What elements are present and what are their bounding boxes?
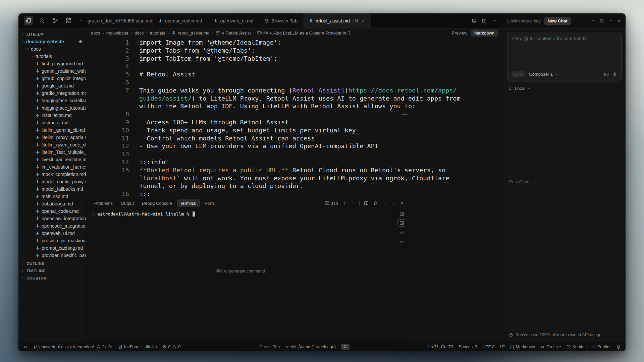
tree-file[interactable]: openweb_ui.md xyxy=(18,230,86,237)
terminal-session-infinity[interactable]: ∞ xyxy=(397,228,406,236)
activity-extensions-button[interactable] xyxy=(64,16,73,25)
close-panel-icon[interactable] xyxy=(617,18,622,23)
tree-file[interactable]: livekit_xai_realtime.md xyxy=(18,156,86,163)
breadcrumb-item[interactable]: tutorials xyxy=(150,31,165,36)
tree-file[interactable]: model_config_proxy.md xyxy=(18,178,86,185)
terminal-session-terminal[interactable] xyxy=(397,210,406,218)
explorer-section-header[interactable]: LITELLM xyxy=(18,31,86,38)
sidebar-section-timeline[interactable]: TIMELINE xyxy=(18,267,86,275)
remote-indicator[interactable] xyxy=(23,345,28,349)
eol-status[interactable]: LF xyxy=(500,345,505,349)
model-selector[interactable]: Composer 1 xyxy=(529,72,558,77)
shell-selector[interactable]: zsh xyxy=(325,201,338,206)
tree-file[interactable]: openclaw_integration.md xyxy=(18,215,86,222)
breadcrumb-item[interactable]: # Retool Assist xyxy=(216,31,251,36)
tree-file[interactable]: litellm_Test_Multiple_Pr... xyxy=(18,148,86,156)
open-preview-icon[interactable] xyxy=(472,18,477,23)
terminal-viewport[interactable]: astrodevil@Astro-Mac-mini litellm % ⌘K t… xyxy=(86,209,395,342)
editor-tab[interactable]: openai_codex.md xyxy=(153,13,208,28)
chat-tab-new-chat[interactable]: New Chat xyxy=(544,17,571,25)
mic-icon[interactable] xyxy=(612,72,617,77)
indentation-status[interactable]: Spaces: 3 xyxy=(459,345,477,349)
attach-image-icon[interactable] xyxy=(604,72,609,77)
maximize-panel-icon[interactable] xyxy=(391,201,395,205)
sidebar-section-houston[interactable]: HOUSTON xyxy=(18,275,86,282)
breadcrumb-item[interactable]: docs xyxy=(91,31,100,36)
more-actions-icon[interactable] xyxy=(382,201,387,205)
breadcrumb-item[interactable]: ## 4. Add LiteLLM as a Custom Provider i… xyxy=(257,31,351,36)
panel-tab-ports[interactable]: Ports xyxy=(201,199,218,207)
panel-tab-problems[interactable]: Problems xyxy=(91,199,116,207)
tree-file[interactable]: first_playground.md xyxy=(18,60,86,67)
tree-file[interactable]: lm_evaluation_harness.... xyxy=(18,163,86,171)
new-chat-icon[interactable] xyxy=(591,18,595,23)
breadcrumb-item[interactable]: docs xyxy=(135,31,144,36)
git-branch-status[interactable]: docs/retool-assist-integration* 2↓ 0↑ xyxy=(33,345,113,349)
tree-file[interactable]: litellm_gemini_cli.md xyxy=(18,126,86,134)
history-icon[interactable] xyxy=(599,18,604,23)
new-terminal-icon[interactable] xyxy=(342,201,347,205)
editor-tab[interactable]: gration_doc_d075fd58.plan.md xyxy=(86,13,153,28)
chat-tab-previous[interactable]: Litellm virtual key xyxy=(507,18,541,23)
go-live-status[interactable]: Go Live xyxy=(540,345,561,349)
panel-tab-debug-console[interactable]: Debug Console xyxy=(139,199,175,207)
more-icon[interactable] xyxy=(492,18,497,23)
tree-file[interactable]: github_copilot_integrati... xyxy=(18,75,86,82)
kill-terminal-icon[interactable] xyxy=(373,201,378,205)
tree-folder[interactable]: tutorials xyxy=(18,53,86,60)
problems-status[interactable]: 0 0 xyxy=(162,345,180,349)
search-status-button[interactable] xyxy=(341,344,350,350)
line-col-status[interactable]: Ln 71, Col 73 xyxy=(428,345,453,349)
scrollbar-thumb[interactable] xyxy=(401,114,408,115)
tree-file[interactable]: opencode_integration.md xyxy=(18,222,86,230)
split-editor-icon[interactable] xyxy=(482,18,487,23)
tree-file[interactable]: huggingface_tutorial.md xyxy=(18,104,86,112)
tree-file[interactable]: google_adk.md xyxy=(18,82,86,89)
notifications-status[interactable] xyxy=(616,345,621,349)
close-icon[interactable] xyxy=(361,19,365,23)
tree-file[interactable]: litellm_proxy_aporia.md xyxy=(18,134,86,141)
tree-file[interactable]: oobabooga.md xyxy=(18,200,86,207)
cursor-tab-status[interactable]: Cursor Tab xyxy=(259,345,280,349)
tree-file[interactable]: installation.md xyxy=(18,112,86,119)
terminal-dropdown-icon[interactable] xyxy=(352,201,355,205)
insforge-status[interactable]: InsForge xyxy=(118,345,141,349)
encoding-status[interactable]: UTF-8 xyxy=(483,345,494,349)
tree-file[interactable]: gemini_realtime_with_a... xyxy=(18,67,86,75)
activity-files-copy-button[interactable] xyxy=(24,16,33,25)
chat-input[interactable]: Plan, @ for context, / for commands ∞ Co… xyxy=(507,32,622,81)
markdown-button[interactable]: Markdown xyxy=(471,29,498,37)
context-local-selector[interactable]: Local xyxy=(507,86,622,91)
split-terminal-icon[interactable] xyxy=(364,201,369,205)
more-icon[interactable] xyxy=(608,18,613,23)
prettier-status[interactable]: ✓ Prettier xyxy=(592,344,611,349)
close-panel-icon[interactable] xyxy=(399,201,404,205)
editor-tab[interactable]: retool_assist.md↓M xyxy=(303,13,371,28)
activity-search-button[interactable] xyxy=(37,16,47,25)
terminal-session-terminal[interactable] xyxy=(397,219,406,227)
editor-tab[interactable]: Browser Tab xyxy=(259,13,303,28)
tree-file[interactable]: huggingface_codellama... xyxy=(18,97,86,104)
tree-file[interactable]: msft_sso.md xyxy=(18,193,86,200)
editor-tab[interactable]: openweb_ui.md xyxy=(208,13,259,28)
past-chats[interactable]: Past Chats xyxy=(507,179,622,184)
tree-file[interactable]: presidio_pii_masking.md xyxy=(18,237,86,244)
breadcrumb-item[interactable]: retool_assist.md xyxy=(171,31,210,36)
tree-folder[interactable]: docs xyxy=(18,45,86,53)
tree-file[interactable]: mock_completion.md xyxy=(18,171,86,178)
tree-file[interactable]: model_fallbacks.md xyxy=(18,185,86,193)
workspace-status[interactable]: litellm xyxy=(146,345,157,349)
tree-file[interactable]: gradio_integration.md xyxy=(18,89,86,97)
preview-button[interactable]: Preview xyxy=(452,31,467,36)
code-editor[interactable]: 1import Image from '@theme/IdealImage';2… xyxy=(86,37,503,197)
git-blame-status[interactable]: Mr. Ånand (1 week ago) xyxy=(285,345,336,349)
breadcrumb-item[interactable]: my-website xyxy=(106,31,128,36)
tree-file[interactable]: openai_codex.md xyxy=(18,207,86,215)
language-status[interactable]: { } Markdown xyxy=(510,345,535,349)
panel-tab-terminal[interactable]: Terminal xyxy=(177,199,200,207)
terminal-session-infinity[interactable]: ∞ xyxy=(397,237,406,245)
tree-file[interactable]: litellm_qwen_code_cli.md xyxy=(18,141,86,148)
activity-git-branch-button[interactable] xyxy=(51,16,60,25)
sidebar-section-outline[interactable]: OUTLINE xyxy=(18,260,86,267)
tree-file[interactable]: provider_specific_para... xyxy=(18,252,86,259)
